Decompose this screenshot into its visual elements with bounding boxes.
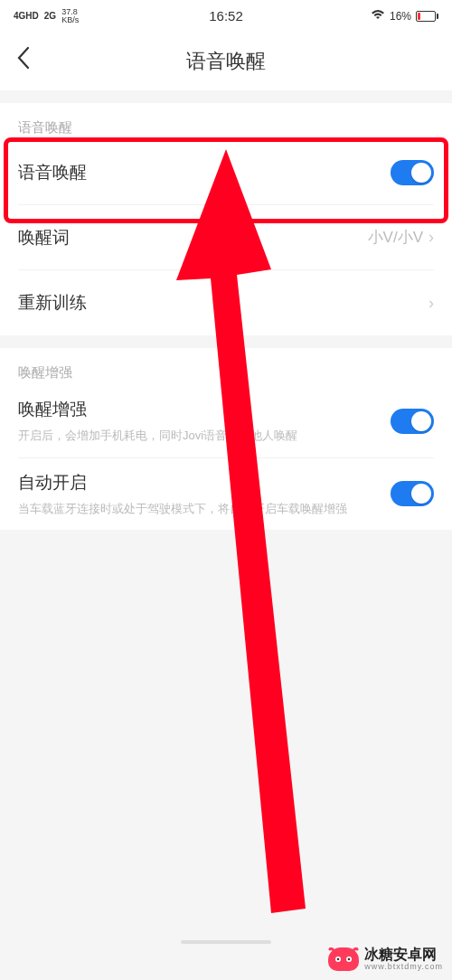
auto-on-toggle[interactable] xyxy=(391,481,434,506)
network-speed: 37.8 KB/s xyxy=(61,8,79,24)
svg-point-3 xyxy=(337,958,340,961)
row-wake-word[interactable]: 唤醒词 小V/小V › xyxy=(18,205,434,270)
status-bar: 4GHD 2G 37.8 KB/s 16:52 16% xyxy=(0,0,452,32)
row-enhance[interactable]: 唤醒增强 开启后，会增加手机耗电，同时Jovi语音可被他人唤醒 xyxy=(18,385,434,458)
row-desc: 开启后，会增加手机耗电，同时Jovi语音可被他人唤醒 xyxy=(18,427,353,445)
section-label: 唤醒增强 xyxy=(18,348,434,385)
wake-word-value: 小V/小V xyxy=(368,227,423,248)
row-auto-on[interactable]: 自动开启 当车载蓝牙连接时或处于驾驶模式下，将自动开启车载唤醒增强 xyxy=(18,458,434,531)
chevron-right-icon: › xyxy=(428,228,434,247)
signal-indicator-1: 4GHD xyxy=(14,11,39,21)
section-voice-wake: 语音唤醒 语音唤醒 唤醒词 小V/小V › 重新训练 › xyxy=(0,103,452,335)
row-retrain[interactable]: 重新训练 › xyxy=(18,270,434,335)
section-label: 语音唤醒 xyxy=(18,103,434,140)
row-title: 唤醒词 xyxy=(18,226,368,250)
watermark-text-cn: 冰糖安卓网 xyxy=(364,947,443,963)
row-desc: 当车载蓝牙连接时或处于驾驶模式下，将自动开启车载唤醒增强 xyxy=(18,500,353,518)
svg-point-4 xyxy=(348,958,351,961)
row-title: 重新训练 xyxy=(18,291,428,315)
row-title: 唤醒增强 xyxy=(18,398,391,421)
row-title: 语音唤醒 xyxy=(18,161,391,184)
wifi-icon xyxy=(371,9,385,23)
page-title: 语音唤醒 xyxy=(186,48,266,75)
row-voice-wake[interactable]: 语音唤醒 xyxy=(18,140,434,205)
section-enhance: 唤醒增强 唤醒增强 开启后，会增加手机耗电，同时Jovi语音可被他人唤醒 自动开… xyxy=(0,348,452,530)
battery-percent: 16% xyxy=(390,10,411,23)
watermark-mascot-icon xyxy=(328,947,359,971)
home-indicator-area xyxy=(0,940,452,944)
status-time: 16:52 xyxy=(209,8,243,24)
row-title: 自动开启 xyxy=(18,471,391,495)
signal-indicator-2: 2G xyxy=(44,11,56,21)
chevron-right-icon: › xyxy=(428,294,434,313)
battery-icon xyxy=(416,11,438,22)
watermark: 冰糖安卓网 www.btxtdmy.com xyxy=(328,947,443,971)
home-indicator xyxy=(181,940,271,944)
enhance-toggle[interactable] xyxy=(391,409,434,434)
watermark-text-en: www.btxtdmy.com xyxy=(364,963,443,971)
voice-wake-toggle[interactable] xyxy=(391,160,434,185)
back-button[interactable] xyxy=(16,46,31,76)
nav-header: 语音唤醒 xyxy=(0,32,452,90)
